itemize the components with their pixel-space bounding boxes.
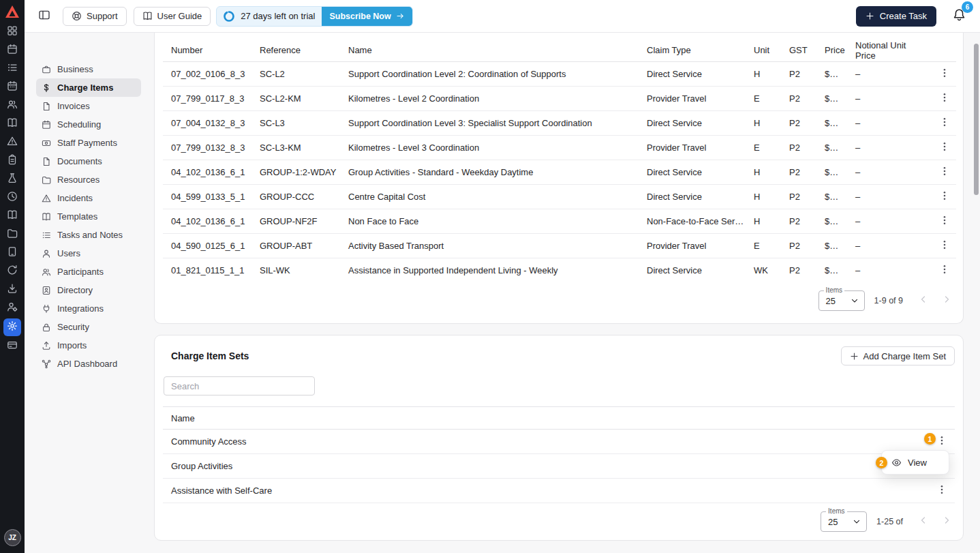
row-menu-kebab-icon[interactable] (936, 65, 953, 83)
items-label: Items (826, 507, 846, 515)
sidebar-item-charge-items[interactable]: Charge Items (36, 78, 141, 97)
annotation-step-2-badge: 2 (876, 457, 887, 468)
planner-icon[interactable] (3, 79, 21, 95)
set-row-community-access[interactable]: Community Access 1 (163, 430, 955, 454)
row-menu-kebab-icon[interactable] (936, 261, 953, 279)
app-logo-icon[interactable] (5, 5, 20, 18)
column-header-number[interactable]: Number (163, 40, 251, 61)
table-row[interactable]: 07_799_0117_8_3SC-L2-KMKilometres - Leve… (163, 86, 956, 110)
table-row[interactable]: 04_102_0136_6_1GROUP-NF2FNon Face to Fac… (163, 209, 956, 233)
user-guide-button[interactable]: User Guide (134, 7, 211, 26)
create-task-button[interactable]: Create Task (856, 6, 936, 27)
sidebar-toggle-icon[interactable] (35, 8, 53, 25)
column-header-actions (923, 40, 956, 61)
row-menu-kebab-icon[interactable] (936, 237, 953, 254)
column-header-reference[interactable]: Reference (251, 40, 340, 61)
sidebar-item-imports[interactable]: Imports (36, 336, 141, 355)
clipboard-icon[interactable] (3, 153, 21, 169)
subscribe-now-button[interactable]: Subscribe Now (322, 6, 412, 27)
row-menu-kebab-icon[interactable] (933, 433, 951, 451)
items-per-page-select[interactable]: Items 25 (821, 511, 867, 532)
sidebar-item-scheduling[interactable]: Scheduling (36, 115, 141, 134)
table-row[interactable]: 07_799_0132_8_3SC-L3-KMKilometres - Leve… (163, 135, 956, 160)
sidebar-item-templates[interactable]: Templates (36, 207, 141, 226)
charge-item-sets-table: Name Community Access 1 Group Activities… (163, 406, 955, 503)
table-row[interactable]: 04_599_0133_5_1GROUP-CCCCentre Capital C… (163, 184, 956, 209)
incidents-warning-icon[interactable] (3, 134, 21, 151)
column-header-notional-unit-price[interactable]: Notional Unit Price (847, 40, 923, 61)
sidebar-item-staff-payments[interactable]: Staff Payments (36, 134, 141, 152)
page-size-value: 25 (828, 517, 838, 527)
set-row-group-activities[interactable]: Group Activities (163, 454, 955, 479)
previous-page-icon[interactable] (915, 513, 932, 530)
column-header-unit[interactable]: Unit (746, 40, 781, 61)
sidebar-item-resources[interactable]: Resources (36, 170, 141, 189)
sync-icon[interactable] (3, 263, 21, 280)
banknote-icon (42, 138, 51, 148)
set-row-assistance-with-self-care[interactable]: Assistance with Self-Care (163, 479, 955, 503)
user-avatar[interactable]: JZ (4, 529, 21, 546)
row-menu-kebab-icon[interactable] (933, 482, 951, 500)
table-row[interactable]: 04_590_0125_6_1GROUP-ABTActivity Based T… (163, 233, 956, 258)
sidebar-item-documents[interactable]: Documents (36, 152, 141, 170)
sidebar-item-business[interactable]: Business (36, 60, 141, 78)
trial-progress-icon (223, 10, 235, 23)
user-icon (42, 249, 51, 258)
column-header-gst[interactable]: GST (781, 40, 816, 61)
column-header-price[interactable]: Price (816, 40, 847, 61)
row-context-menu: 2 View (881, 450, 949, 475)
chevron-down-icon (852, 517, 861, 526)
column-header-claim-type[interactable]: Claim Type (639, 40, 746, 61)
next-page-icon[interactable] (938, 293, 955, 309)
table-row[interactable]: 07_004_0132_8_3SC-L3Support Coordination… (163, 110, 956, 135)
table-row[interactable]: 07_002_0106_8_3SC-L2Support Coordination… (163, 61, 956, 86)
sidebar-item-api-dashboard[interactable]: API Dashboard (36, 355, 141, 373)
search-input[interactable] (164, 376, 315, 395)
view-menu-item[interactable]: View (882, 451, 949, 474)
support-button[interactable]: Support (63, 7, 127, 26)
table-row[interactable]: 04_102_0136_6_1GROUP-1:2-WDAYGroup Activ… (163, 160, 956, 184)
device-icon[interactable] (3, 245, 21, 261)
row-menu-kebab-icon[interactable] (936, 114, 953, 132)
upload-icon (42, 341, 51, 350)
items-label: Items (824, 286, 844, 294)
row-menu-kebab-icon[interactable] (936, 89, 953, 107)
sidebar-item-users[interactable]: Users (36, 244, 141, 263)
team-icon[interactable] (3, 98, 21, 114)
row-menu-kebab-icon[interactable] (936, 188, 953, 205)
support-label: Support (87, 11, 118, 21)
billing-card-icon[interactable] (3, 338, 21, 355)
open-book-icon[interactable] (3, 208, 21, 224)
dashboard-grid-icon[interactable] (3, 24, 21, 40)
table-row[interactable]: 01_821_0115_1_1SIL-WKAssistance in Suppo… (163, 258, 956, 282)
sidebar-item-invoices[interactable]: Invoices (36, 97, 141, 115)
checklist-icon[interactable] (3, 61, 21, 77)
clock-icon[interactable] (3, 190, 21, 206)
sidebar-item-participants[interactable]: Participants (36, 263, 141, 281)
sidebar-item-integrations[interactable]: Integrations (36, 299, 141, 318)
scrollbar[interactable] (974, 44, 979, 195)
row-menu-kebab-icon[interactable] (936, 138, 953, 156)
annotation-step-1-badge: 1 (924, 433, 936, 445)
next-page-icon[interactable] (938, 513, 955, 530)
folder-icon[interactable] (3, 226, 21, 243)
row-menu-kebab-icon[interactable] (936, 212, 953, 230)
add-charge-item-set-button[interactable]: Add Charge Item Set (841, 346, 955, 365)
settings-gear-icon[interactable] (3, 318, 21, 336)
sidebar-item-directory[interactable]: Directory (36, 281, 141, 299)
sidebar-item-security[interactable]: Security (36, 318, 141, 336)
column-header-name[interactable]: Name (340, 40, 639, 61)
previous-page-icon[interactable] (915, 293, 932, 309)
journal-icon[interactable] (3, 116, 21, 132)
calendar-icon[interactable] (3, 42, 21, 59)
row-menu-kebab-icon[interactable] (936, 163, 953, 181)
eye-icon (891, 458, 902, 468)
download-icon[interactable] (3, 282, 21, 298)
sidebar-item-tasks-and-notes[interactable]: Tasks and Notes (36, 226, 141, 244)
sidebar-item-incidents[interactable]: Incidents (36, 189, 141, 207)
app-root: JZ Support User Guide 27 days left on tr… (0, 0, 980, 553)
user-settings-icon[interactable] (3, 300, 21, 316)
plus-icon (866, 12, 874, 20)
items-per-page-select[interactable]: Items 25 (818, 290, 865, 311)
flask-icon[interactable] (3, 171, 21, 188)
